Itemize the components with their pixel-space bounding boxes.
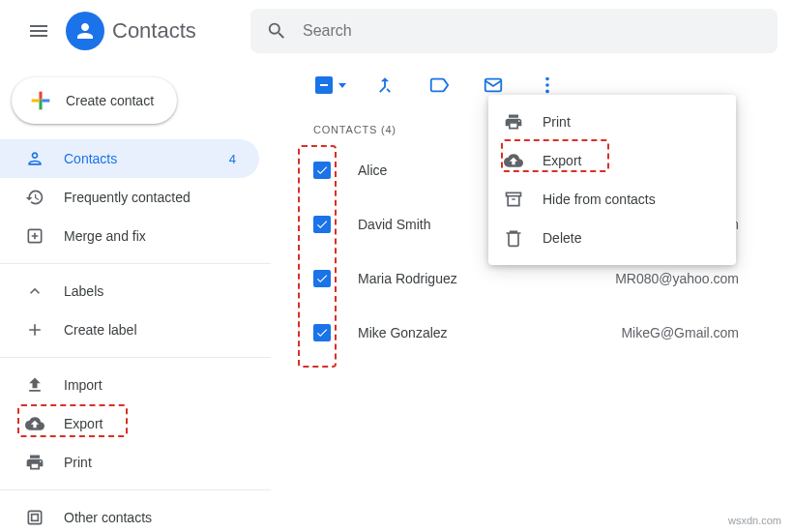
- menu-item-label: Hide from contacts: [543, 192, 656, 207]
- envelope-icon: [483, 74, 504, 96]
- menu-delete[interactable]: Delete: [488, 219, 736, 257]
- search-icon: [266, 19, 287, 43]
- hamburger-icon: [27, 19, 50, 43]
- sidebar: Create contact Contacts 4 Frequently con…: [0, 62, 271, 532]
- menu-item-label: Print: [543, 114, 571, 130]
- search-input[interactable]: [303, 22, 762, 40]
- menu-hide[interactable]: Hide from contacts: [488, 180, 736, 219]
- sidebar-print[interactable]: Print: [0, 443, 259, 482]
- contact-name: Maria Rodriguez: [358, 271, 615, 286]
- contact-name: Mike Gonzalez: [358, 325, 621, 340]
- sidebar-item-label: Frequently contacted: [64, 190, 236, 205]
- watermark: wsxdn.com: [728, 515, 781, 526]
- sidebar-import[interactable]: Import: [0, 366, 259, 404]
- menu-item-label: Export: [543, 153, 581, 168]
- sidebar-export[interactable]: Export: [0, 404, 259, 443]
- more-vert-icon: [537, 74, 558, 96]
- search-bar[interactable]: [250, 9, 778, 53]
- menu-item-label: Delete: [543, 230, 581, 246]
- app-header: Contacts: [0, 0, 793, 62]
- contact-checkbox[interactable]: [313, 324, 331, 341]
- check-icon: [315, 163, 329, 177]
- label-button[interactable]: [422, 68, 456, 103]
- history-icon: [25, 188, 44, 207]
- person-outline-icon: [25, 149, 44, 168]
- selection-indicator-icon: [315, 76, 333, 94]
- contact-checkbox[interactable]: [313, 216, 331, 233]
- sidebar-item-label: Export: [64, 416, 236, 431]
- archive-icon: [504, 190, 523, 209]
- app-title: Contacts: [112, 18, 196, 44]
- sidebar-item-merge[interactable]: Merge and fix: [0, 217, 259, 255]
- contact-email: MikeG@Gmail.com: [621, 325, 778, 340]
- sidebar-item-contacts[interactable]: Contacts 4: [0, 139, 259, 178]
- sidebar-item-label: Contacts: [64, 151, 229, 166]
- archive-icon: [25, 508, 44, 527]
- upload-icon: [25, 375, 44, 395]
- cloud-upload-icon: [504, 151, 523, 170]
- sidebar-item-label: Print: [64, 455, 236, 470]
- svg-rect-2: [32, 515, 39, 521]
- contact-row[interactable]: Mike Gonzalez MikeG@Gmail.com: [286, 306, 778, 360]
- svg-rect-1: [28, 511, 41, 523]
- check-icon: [315, 272, 329, 285]
- main-menu-button[interactable]: [15, 8, 62, 54]
- contact-email: MR080@yahoo.com: [615, 271, 778, 286]
- selection-dropdown[interactable]: [313, 68, 348, 103]
- print-icon: [25, 453, 44, 472]
- menu-print[interactable]: Print: [488, 103, 736, 141]
- plus-small-icon: [25, 320, 44, 340]
- merge-icon: [374, 74, 396, 96]
- chevron-down-icon: [338, 83, 346, 88]
- svg-rect-7: [507, 192, 521, 195]
- plus-icon: [27, 87, 54, 114]
- trash-icon: [504, 228, 523, 248]
- sidebar-item-label: Labels: [64, 283, 236, 299]
- create-contact-label: Create contact: [66, 93, 154, 108]
- contact-checkbox[interactable]: [313, 162, 331, 179]
- menu-export[interactable]: Export: [488, 141, 736, 180]
- label-icon: [428, 74, 450, 96]
- chevron-up-icon: [25, 281, 44, 301]
- sidebar-item-count: 4: [229, 152, 236, 166]
- person-icon: [73, 19, 97, 43]
- svg-point-4: [545, 77, 549, 81]
- app-logo: [66, 12, 104, 50]
- sidebar-item-label: Create label: [64, 322, 236, 338]
- merge-button[interactable]: [367, 68, 402, 103]
- svg-point-6: [545, 90, 549, 94]
- context-menu: Print Export Hide from contacts Delete: [488, 95, 736, 265]
- cloud-upload-icon: [25, 414, 44, 433]
- divider: [0, 263, 271, 264]
- sidebar-item-frequent[interactable]: Frequently contacted: [0, 178, 259, 217]
- sidebar-item-label: Merge and fix: [64, 228, 236, 244]
- svg-point-5: [545, 83, 549, 87]
- merge-fix-icon: [25, 226, 44, 246]
- contact-checkbox[interactable]: [313, 270, 331, 287]
- sidebar-other-contacts[interactable]: Other contacts: [0, 498, 259, 532]
- print-icon: [504, 112, 523, 132]
- create-contact-button[interactable]: Create contact: [12, 77, 177, 124]
- check-icon: [315, 218, 329, 231]
- divider: [0, 357, 271, 358]
- sidebar-create-label[interactable]: Create label: [0, 310, 259, 349]
- sidebar-item-label: Other contacts: [64, 510, 236, 525]
- sidebar-labels-toggle[interactable]: Labels: [0, 272, 259, 310]
- sidebar-item-label: Import: [64, 377, 236, 393]
- check-icon: [315, 326, 329, 340]
- divider: [0, 489, 271, 490]
